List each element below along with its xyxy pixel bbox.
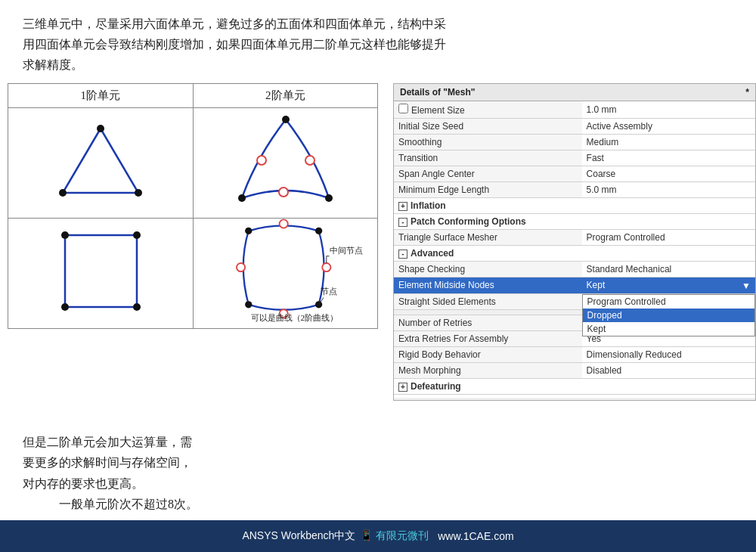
svg-point-14: [133, 303, 141, 311]
footer: ANSYS Workbench中文 📱 有限元微刊 www.1CAE.com: [0, 520, 756, 552]
row-label: Mesh Morphing: [394, 362, 582, 378]
table-row: Span Angle Center Coarse: [394, 166, 755, 181]
header-1st-order: 1阶单元: [8, 84, 194, 107]
section-row-advanced[interactable]: -Advanced: [394, 245, 755, 261]
svg-point-19: [279, 219, 287, 228]
row-value[interactable]: Kept ▼: [582, 277, 755, 293]
row-value: Fast: [582, 150, 755, 166]
middle-content: 1阶单元 2阶单元: [0, 83, 756, 425]
svg-point-13: [61, 303, 69, 311]
section-row-statistics[interactable]: +Statistics: [394, 394, 755, 398]
svg-point-7: [305, 156, 314, 165]
table-row: Shape Checking Standard Mechanical: [394, 261, 755, 277]
table-row: Triangle Surface Mesher Program Controll…: [394, 229, 755, 245]
table-row-straight-sided: Straight Sided Elements Program Controll…: [394, 293, 755, 309]
row-value: Active Assembly: [582, 118, 755, 134]
svg-point-18: [245, 301, 252, 308]
svg-point-5: [325, 194, 333, 202]
row-label: Minimum Edge Length: [394, 181, 582, 197]
top-text-block: 三维单元中，尽量采用六面体单元，避免过多的五面体和四面体单元，结构中采 用四面体…: [0, 0, 756, 83]
svg-rect-10: [65, 235, 137, 307]
row-value: 5.0 mm: [582, 181, 755, 197]
dropdown-menu[interactable]: Program Controlled Dropped Kept: [582, 294, 755, 336]
panel-scroll[interactable]: Element Size 1.0 mm Initial Size Seed Ac…: [394, 101, 755, 398]
mesh-details-panel: Details of "Mesh" * Element Size 1.0 mm: [393, 83, 756, 401]
table-row: Element Size 1.0 mm: [394, 101, 755, 119]
top-line3: 求解精度。: [23, 58, 83, 71]
bottom-note: 一般单元阶次不超过8次。: [59, 494, 198, 514]
row-label: Number of Retries: [394, 315, 582, 330]
row-value: Program Controlled: [582, 229, 755, 245]
row-value: Disabled: [582, 362, 755, 378]
svg-point-16: [315, 228, 322, 234]
svg-text:中间节点: 中间节点: [329, 246, 362, 255]
expand-icon-2: +: [398, 383, 407, 392]
svg-point-11: [61, 231, 69, 239]
element-size-checkbox[interactable]: [398, 104, 408, 113]
row-label: Element Midside Nodes: [394, 277, 582, 293]
svg-point-2: [59, 189, 67, 197]
top-line2: 用四面体单元会导致结构刚度增加，如果四面体单元用二阶单元这样也能够提升: [23, 38, 446, 51]
left-diagram: 1阶单元 2阶单元: [8, 83, 378, 425]
quad-2nd-cell: 中间节点 节点 可以是曲线（2阶曲线）: [194, 219, 378, 328]
svg-point-4: [282, 116, 290, 123]
dropdown-arrow-icon[interactable]: ▼: [742, 281, 751, 291]
row-label: Smoothing: [394, 134, 582, 150]
row-label: Triangle Surface Mesher: [394, 229, 582, 245]
row-value: Medium: [582, 134, 755, 150]
row-label: Shape Checking: [394, 261, 582, 277]
panel-title: Details of "Mesh": [400, 87, 475, 98]
row-value: Coarse: [582, 166, 755, 181]
expand-icon: +: [398, 202, 407, 211]
svg-point-3: [135, 189, 142, 197]
row-label: Span Angle Center: [394, 166, 582, 181]
section-row-patch-conforming[interactable]: -Patch Conforming Options: [394, 213, 755, 229]
section-label[interactable]: +Statistics: [394, 394, 755, 398]
diagram-row-1: [8, 107, 378, 218]
triangle-1st-cell: [8, 108, 194, 218]
row-label: Rigid Body Behavior: [394, 346, 582, 362]
dropdown-option-kept[interactable]: Kept: [583, 322, 754, 336]
svg-point-20: [322, 263, 330, 271]
table-row: Transition Fast: [394, 150, 755, 166]
dropdown-option-program[interactable]: Program Controlled: [583, 295, 754, 309]
svg-point-12: [133, 231, 141, 239]
top-line1: 三维单元中，尽量采用六面体单元，避免过多的五面体和四面体单元，结构中采: [23, 17, 446, 30]
bottom-para: 但是二阶单元会加大运算量，需要更多的求解时间与存储空间，对内存的要求也更高。: [23, 436, 192, 489]
collapse-icon: -: [398, 218, 407, 227]
svg-point-15: [245, 228, 252, 234]
row-value: Dimensionally Reduced: [582, 346, 755, 362]
svg-point-1: [97, 125, 104, 132]
section-row-defeaturing[interactable]: +Defeaturing: [394, 378, 755, 394]
right-panel-wrapper: Details of "Mesh" * Element Size 1.0 mm: [386, 83, 748, 425]
table-row-selected[interactable]: Element Midside Nodes Kept ▼: [394, 277, 755, 293]
collapse-icon-2: -: [398, 250, 407, 259]
svg-point-6: [238, 194, 246, 202]
triangle-2nd-cell: [194, 108, 378, 218]
row-value: Standard Mechanical: [582, 261, 755, 277]
footer-brand: 📱 有限元微刊: [360, 529, 429, 543]
bottom-left-paragraph: 但是二阶单元会加大运算量，需要更多的求解时间与存储空间，对内存的要求也更高。 一…: [23, 432, 393, 514]
table-row: Mesh Morphing Disabled: [394, 362, 755, 378]
section-label[interactable]: -Patch Conforming Options: [394, 213, 755, 229]
section-label[interactable]: +Inflation: [394, 197, 755, 213]
dropdown-option-dropped[interactable]: Dropped: [583, 309, 754, 322]
svg-text:节点: 节点: [321, 287, 337, 296]
diagram-header: 1阶单元 2阶单元: [8, 83, 378, 107]
table-row: Smoothing Medium: [394, 134, 755, 150]
section-label[interactable]: -Advanced: [394, 245, 755, 261]
svg-point-9: [257, 156, 266, 165]
section-label[interactable]: +Defeaturing: [394, 378, 755, 394]
panel-title-bar: Details of "Mesh" *: [394, 84, 755, 101]
bottom-text-block: 但是二阶单元会加大运算量，需要更多的求解时间与存储空间，对内存的要求也更高。 一…: [0, 424, 756, 520]
panel-table: Element Size 1.0 mm Initial Size Seed Ac…: [394, 101, 755, 398]
footer-url: www.1CAE.com: [438, 530, 513, 542]
svg-point-22: [237, 263, 245, 271]
svg-text:可以是曲线（2阶曲线）: 可以是曲线（2阶曲线）: [250, 313, 338, 322]
table-row: Minimum Edge Length 5.0 mm: [394, 181, 755, 197]
section-row-inflation[interactable]: +Inflation: [394, 197, 755, 213]
row-label: Initial Size Seed: [394, 118, 582, 134]
table-row: Initial Size Seed Active Assembly: [394, 118, 755, 134]
quad-1st-cell: [8, 219, 194, 328]
main-container: 三维单元中，尽量采用六面体单元，避免过多的五面体和四面体单元，结构中采 用四面体…: [0, 0, 756, 552]
